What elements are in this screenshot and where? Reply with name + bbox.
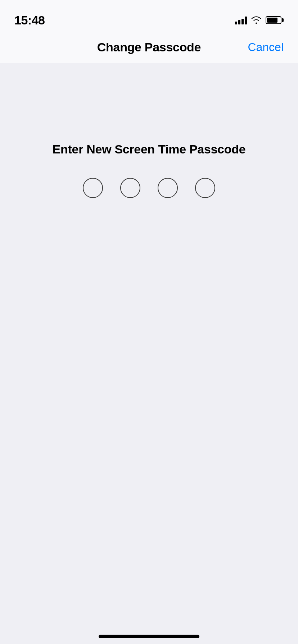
page-title: Change Passcode xyxy=(97,40,201,54)
wifi-icon xyxy=(251,16,261,24)
status-time: 15:48 xyxy=(14,13,45,27)
status-bar: 15:48 xyxy=(0,0,298,32)
nav-bar: Change Passcode Cancel xyxy=(0,32,298,63)
battery-icon xyxy=(266,16,284,24)
passcode-dot-3 xyxy=(158,178,178,198)
passcode-dot-2 xyxy=(120,178,140,198)
signal-icon xyxy=(235,16,247,24)
passcode-prompt: Enter New Screen Time Passcode xyxy=(53,142,246,156)
passcode-dot-1 xyxy=(83,178,103,198)
status-icons xyxy=(235,16,284,24)
passcode-dots xyxy=(83,178,215,198)
passcode-dot-4 xyxy=(195,178,215,198)
main-content: Enter New Screen Time Passcode xyxy=(0,63,298,644)
home-indicator xyxy=(99,635,199,638)
cancel-button[interactable]: Cancel xyxy=(248,41,284,54)
